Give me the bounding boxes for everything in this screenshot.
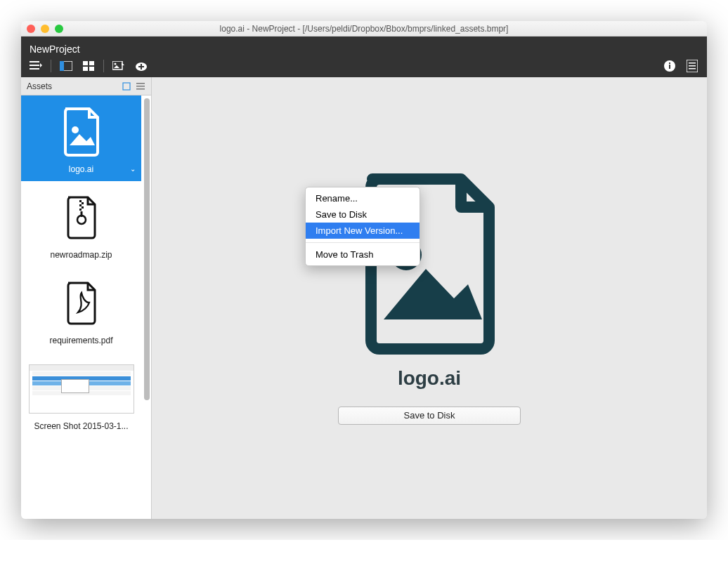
asset-label: Screen Shot 2015-03-1...: [24, 421, 138, 431]
inspector-button[interactable]: [684, 59, 700, 73]
context-menu-rename[interactable]: Rename...: [306, 190, 420, 206]
image-arrow-icon: [112, 61, 125, 71]
image-file-icon: [24, 103, 138, 161]
view-panel-button[interactable]: [58, 59, 74, 73]
list-view-icon[interactable]: [136, 81, 145, 91]
svg-rect-6: [89, 61, 94, 65]
preview-title: logo.ai: [398, 367, 461, 390]
main-area: Assets: [21, 77, 707, 519]
list-panel-icon: [687, 60, 698, 72]
preview-area: logo.ai Save to Disk Rename... Save to D…: [152, 77, 707, 519]
window-close-button[interactable]: [27, 25, 35, 33]
svg-point-10: [115, 63, 117, 65]
svg-rect-29: [82, 206, 84, 209]
context-menu-import-new-version[interactable]: Import New Version...: [306, 223, 420, 239]
svg-rect-15: [669, 65, 670, 69]
svg-rect-22: [136, 83, 145, 84]
svg-point-25: [72, 126, 79, 133]
window-title: logo.ai - NewProject - [/Users/peldi/Dro…: [21, 24, 707, 34]
svg-rect-32: [80, 211, 82, 217]
panel-layout-icon: [60, 61, 72, 71]
view-grid-button[interactable]: [81, 59, 96, 73]
context-menu-move-to-trash[interactable]: Move to Trash: [306, 246, 420, 263]
svg-rect-13: [138, 66, 144, 67]
cloud-plus-icon: [135, 60, 148, 72]
svg-rect-21: [123, 83, 130, 90]
svg-rect-0: [30, 61, 39, 62]
svg-rect-23: [136, 86, 145, 87]
chevron-down-icon[interactable]: ⌄: [130, 165, 136, 173]
scrollbar-thumb[interactable]: [144, 98, 150, 400]
svg-rect-28: [79, 204, 82, 206]
window-maximize-button[interactable]: [55, 25, 63, 33]
toolbar-separator: [51, 60, 51, 72]
image-tool-button[interactable]: [111, 59, 126, 73]
app-window: logo.ai - NewProject - [/Users/peldi/Dro…: [21, 21, 707, 519]
hamburger-icon: [30, 61, 42, 71]
grid-icon: [83, 61, 94, 71]
svg-rect-26: [79, 200, 82, 202]
assets-panel-title: Assets: [27, 81, 52, 91]
asset-label: newroadmap.zip: [24, 250, 138, 260]
screenshot-thumbnail: [24, 359, 138, 418]
asset-item-requirements-pdf[interactable]: requirements.pdf: [21, 267, 141, 352]
context-menu-save-to-disk[interactable]: Save to Disk: [306, 206, 420, 223]
svg-rect-5: [83, 61, 88, 65]
assets-panel: Assets: [21, 77, 152, 519]
svg-rect-30: [79, 209, 82, 211]
asset-item-screenshot[interactable]: Screen Shot 2015-03-1...: [21, 352, 141, 438]
assets-panel-header: Assets: [21, 77, 151, 95]
traffic-lights: [27, 25, 63, 33]
toolbar-row: [28, 59, 700, 73]
svg-rect-20: [689, 68, 696, 70]
svg-rect-24: [136, 88, 145, 90]
project-name-label: NewProject: [28, 41, 700, 59]
svg-rect-8: [89, 67, 94, 71]
svg-rect-1: [30, 65, 39, 66]
window-minimize-button[interactable]: [41, 25, 49, 33]
svg-rect-18: [689, 62, 696, 64]
menu-button[interactable]: [28, 59, 44, 73]
svg-rect-2: [30, 68, 39, 70]
asset-context-menu: Rename... Save to Disk Import New Versio…: [305, 187, 420, 266]
save-to-disk-button[interactable]: Save to Disk: [338, 407, 521, 425]
asset-item-newroadmap-zip[interactable]: newroadmap.zip: [21, 181, 141, 267]
info-button[interactable]: [662, 59, 677, 73]
zip-file-icon: [24, 188, 138, 247]
titlebar: logo.ai - NewProject - [/Users/peldi/Dro…: [21, 21, 707, 37]
menu-separator: [306, 242, 420, 243]
svg-rect-4: [60, 61, 64, 71]
asset-label: requirements.pdf: [24, 336, 138, 345]
svg-rect-16: [669, 62, 670, 64]
expand-icon[interactable]: [122, 81, 131, 91]
toolbar-separator: [103, 60, 104, 72]
add-button[interactable]: [134, 59, 149, 73]
asset-list: logo.ai ⌄: [21, 95, 151, 519]
svg-rect-7: [83, 67, 88, 71]
asset-label: logo.ai: [24, 164, 138, 174]
svg-rect-19: [689, 65, 696, 67]
asset-item-logo-ai[interactable]: logo.ai ⌄: [21, 95, 141, 181]
main-toolbar: NewProject: [21, 37, 707, 77]
svg-rect-27: [82, 202, 84, 204]
pdf-file-icon: [24, 274, 138, 333]
info-icon: [663, 60, 676, 72]
scrollbar[interactable]: [144, 98, 150, 400]
svg-rect-9: [112, 61, 122, 70]
